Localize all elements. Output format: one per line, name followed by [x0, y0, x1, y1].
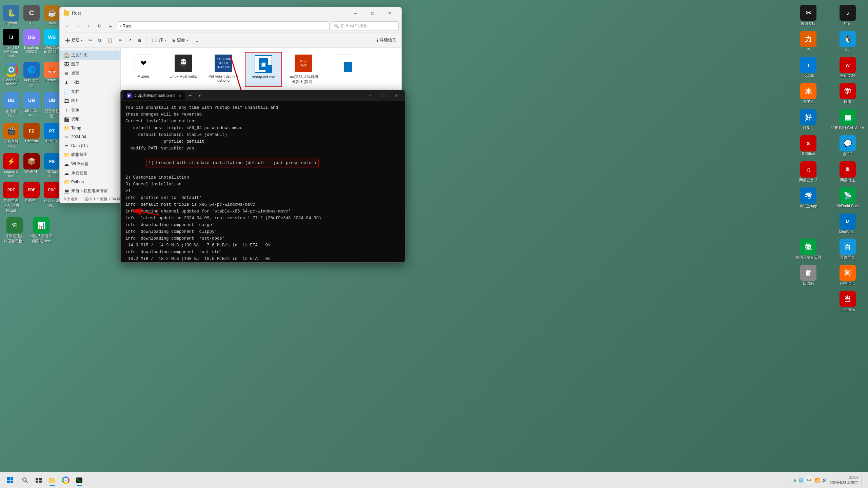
taskbar-explorer[interactable] — [46, 474, 58, 486]
sidebar-item-temp[interactable]: 📁 Temp — [60, 124, 120, 133]
icon-vocab-trainer[interactable]: 词 外教词达人 林国赛思物... — [2, 216, 27, 245]
icon-python[interactable]: 🐍 Python — [2, 3, 21, 26]
terminal-maximize-button[interactable]: □ — [377, 92, 389, 100]
icon-todisk[interactable]: T ToDisk — [790, 56, 827, 80]
minimize-button[interactable]: ─ — [348, 8, 363, 18]
terminal-close-button[interactable]: ✕ — [390, 92, 402, 100]
start-button[interactable] — [4, 474, 16, 486]
file-item-rustup-init[interactable]: ▣ rustup-init.exe — [245, 52, 282, 87]
sidebar-item-2024[interactable]: ━ 2024-04 — [60, 133, 120, 141]
icon-uibot3[interactable]: UB 创造者社区 — [42, 91, 61, 120]
icon-lx-browser[interactable]: 🌐 联想浏览器 — [22, 60, 41, 89]
terminal-close-tab[interactable]: ✕ — [179, 94, 181, 98]
terminal-dropdown-button[interactable]: ▾ — [196, 92, 204, 100]
icon-jinshan[interactable]: W 金山文档 — [829, 56, 866, 80]
sidebar-item-lecloud[interactable]: ☁ 乐云云盘 — [60, 168, 120, 178]
icon-alibaba[interactable]: 阿 阿里巴巴 — [829, 263, 866, 287]
icon-pdf1[interactable]: PDF 外教单词达人 雅思园 pdf — [2, 180, 21, 215]
icon-netease-yd[interactable]: 道 网易有道 — [829, 160, 866, 184]
icon-uibot2[interactable]: UB UiBot Crea... — [22, 91, 41, 120]
share-button[interactable]: ↗ — [125, 37, 134, 44]
sidebar-item-lxpc[interactable]: 💻 来自：联想电脑管家 — [60, 186, 120, 195]
file-item-trust[interactable]: PUT YOURTRUSTIN RUST Put your trust in R… — [205, 52, 242, 87]
sidebar-item-docs[interactable]: 📄 文档 — [60, 87, 120, 96]
icon-datagrip[interactable]: DG DataGrip 2022.3 — [22, 28, 41, 59]
sidebar-item-datad[interactable]: ━ Data (D:) — [60, 141, 120, 150]
sidebar-item-download[interactable]: ⬇ 下载 — [60, 78, 120, 87]
taskbar-taskview[interactable] — [33, 474, 45, 486]
sort-button[interactable]: ↕ 排序 ▾ — [149, 36, 169, 44]
sidebar-item-wpscloud[interactable]: ☁ WPS云盘 — [60, 159, 120, 168]
new-button[interactable]: ➕ 新建 ▾ — [62, 36, 85, 44]
icon-fscapture[interactable]: FS FSCaptu... — [42, 152, 61, 179]
icon-jin-qq[interactable]: 💬 金QQ — [829, 134, 866, 158]
terminal-body[interactable]: You can uninstall at any time with rustu… — [121, 101, 405, 262]
icon-baidu-pan[interactable]: 百 百度网盘 — [829, 237, 866, 261]
icon-firefox[interactable]: 🦊 Firefox... — [42, 60, 61, 89]
sidebar-item-music[interactable]: ♪ 音乐 — [60, 105, 120, 115]
refresh-button[interactable]: ↻ — [95, 21, 104, 31]
icon-dangdang[interactable]: 当 当当游乐 — [829, 289, 866, 313]
delete-button[interactable]: 🗑 — [135, 37, 144, 44]
clock-display[interactable]: 23:06 2024/4/23 星期二 — [830, 475, 859, 485]
icon-java[interactable]: ☕ Java — [42, 3, 61, 26]
terminal-tab[interactable]: ▶ D:\桌面\Rust\rustup-init. ✕ — [123, 92, 185, 100]
icon-recycle-bin[interactable]: 🗑 回收站 — [790, 263, 827, 287]
icon-wangkao[interactable]: 学 网考 — [829, 82, 866, 106]
sidebar-item-video[interactable]: 🎬 视频 — [60, 115, 120, 124]
tray-arrow[interactable]: ∧ — [793, 478, 796, 483]
icon-force[interactable]: 力 力 — [790, 29, 827, 54]
back-button[interactable]: ← — [62, 21, 72, 31]
icon-mindvisi[interactable]: M MindVisi... — [829, 212, 866, 235]
view-button[interactable]: ⊞ 查看 ▾ — [170, 36, 191, 44]
taskbar-search[interactable] — [19, 474, 31, 486]
sidebar-item-pics[interactable]: 🖼 图片 — [60, 96, 120, 105]
icon-tiktok[interactable]: ♪ 抖音 — [829, 3, 866, 27]
icon-uibot1[interactable]: UB 创造者U... — [2, 91, 21, 120]
icon-vocab-xlsx[interactable]: 📊 词达人必备高 频词汇.xlsx — [29, 216, 55, 245]
forward-button[interactable]: → — [73, 21, 83, 31]
more-button[interactable]: … — [192, 37, 201, 44]
icon-qq[interactable]: 🐧 QQ — [829, 29, 866, 54]
icon-intellij[interactable]: IJ IntelliJ IDEA Communi... — [2, 28, 21, 59]
close-button[interactable]: ✕ — [382, 8, 397, 18]
icon-screenshot[interactable]: ▣ 矩形截图 Ctrl+Alt+A — [829, 108, 866, 132]
icon-jindan[interactable]: 🎬 金丹音频剪辑 — [2, 121, 21, 150]
sidebar-item-python-dir[interactable]: 📁 Python — [60, 178, 120, 186]
icon-s-office[interactable]: S S Office — [790, 134, 827, 158]
search-bar[interactable]: 🔍 在 Rust 中搜索 — [331, 21, 399, 31]
icon-kaoshi-app[interactable]: 考 考试达App — [790, 186, 827, 210]
show-desktop-button[interactable] — [861, 474, 864, 486]
icon-webstorm[interactable]: WS WebStorm 2023... — [42, 28, 61, 59]
terminal-minimize-button[interactable]: ─ — [364, 92, 376, 100]
icon-google-chrome[interactable]: Google Chrome — [2, 60, 21, 89]
icon-pdf2[interactable]: PDF 赛题单... — [22, 180, 41, 215]
icon-laile[interactable]: 来 来了么 — [790, 82, 827, 106]
icon-filezilla[interactable]: FZ FileZilla — [22, 121, 41, 150]
sidebar-item-lxjt[interactable]: 📁 联想截图 — [60, 150, 120, 159]
copy-button[interactable]: ⧉ — [96, 37, 104, 44]
icon-c[interactable]: C C — [22, 3, 41, 26]
tray-ime-icon[interactable]: 中 — [806, 476, 813, 484]
up-button[interactable]: ↑ — [84, 21, 94, 31]
rename-button[interactable]: ✏ — [116, 37, 125, 44]
sidebar-item-home[interactable]: 🏠 主文件夹 › — [60, 50, 120, 60]
icon-weixin-dev[interactable]: 微 微信开发者工具 — [790, 237, 827, 261]
icon-cut[interactable]: ✂ 影课专版 — [790, 3, 827, 27]
taskbar-chrome[interactable] — [60, 474, 72, 486]
taskbar-terminal[interactable] — [73, 474, 85, 486]
terminal-add-tab-button[interactable]: + — [186, 92, 194, 100]
icon-airdroid[interactable]: 📡 AirDroid Cast — [829, 186, 866, 210]
location-button[interactable]: ▸ — [106, 21, 115, 31]
file-item-jpeg[interactable]: ❤ ♥ .jpeg — [125, 52, 162, 87]
cut-button[interactable]: ✂ — [86, 37, 95, 44]
icon-winrar[interactable]: 📦 WinRAR — [22, 152, 41, 179]
details-button[interactable]: ℹ 详细信息 — [374, 36, 399, 44]
address-bar[interactable]: › Rust — [117, 21, 330, 31]
file-item-blue[interactable] — [325, 52, 362, 87]
icon-haoxuesheng[interactable]: 好 好学生 — [790, 108, 827, 132]
file-item-rust-book[interactable]: Rust实战 rust实战 人民邮电出版社 (新西... — [285, 52, 322, 87]
icon-legionzone[interactable]: ⚡ Legion Zone — [2, 152, 21, 179]
sidebar-item-gallery[interactable]: 🖼 图库 — [60, 60, 120, 69]
icon-netease-music[interactable]: ♫ 网易云音乐 — [790, 160, 827, 184]
